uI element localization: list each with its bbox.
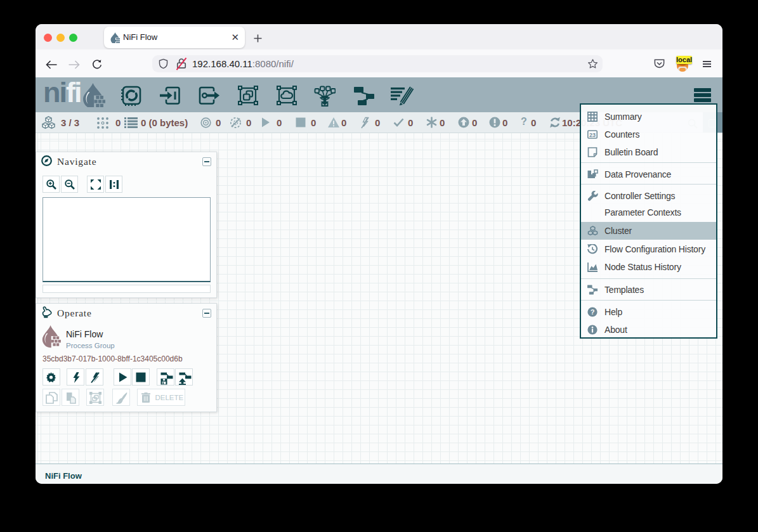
svg-text:?: ? — [591, 308, 595, 316]
svg-text:23: 23 — [589, 132, 596, 138]
